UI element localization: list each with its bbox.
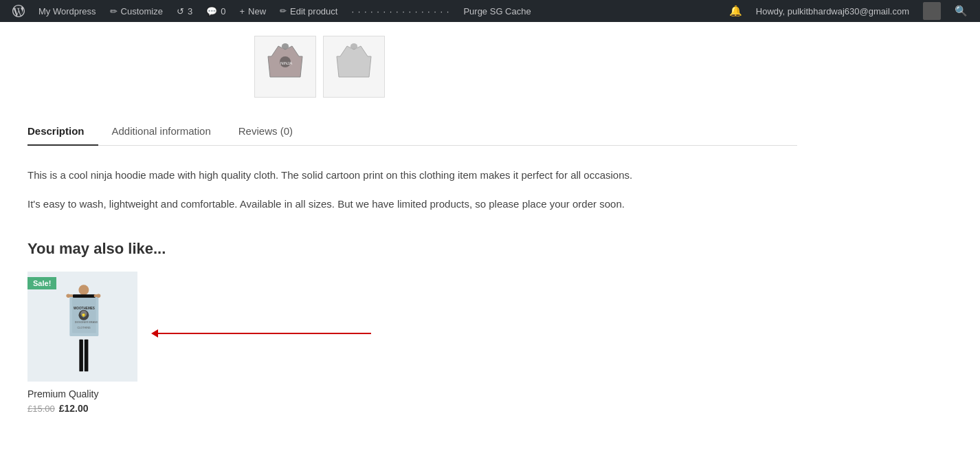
page-wrapper: NINJA Description Additional information… [0, 22, 825, 428]
arrow-container [151, 327, 797, 340]
price-old-1: £15.00 [27, 404, 55, 414]
user-greeting-text: Howdy, pulkitbhardwaj630@gmail.com [756, 6, 909, 16]
purge-cache-label: Purge SG Cache [463, 6, 531, 16]
plus-icon: + [239, 6, 245, 16]
separator-dots: · · · · · · · · · · · · · · · · [344, 0, 456, 22]
svg-rect-13 [73, 294, 96, 298]
tab-description[interactable]: Description [27, 118, 98, 145]
sale-badge: Sale! [27, 277, 56, 289]
new-item[interactable]: + New [232, 0, 273, 22]
new-label: New [248, 6, 266, 16]
tab-content-description: This is a cool ninja hoodie made with hi… [27, 166, 797, 212]
product-thumbnails: NINJA [27, 36, 797, 98]
svg-point-0 [282, 43, 289, 49]
wp-logo-item[interactable] [5, 0, 32, 22]
red-arrow-svg [151, 327, 378, 340]
adminbar-right: 🔔 Howdy, pulkitbhardwaj630@gmail.com 🔍 [722, 0, 975, 22]
svg-rect-14 [79, 340, 83, 372]
product-tabs: Description Additional information Revie… [27, 118, 797, 146]
thumbnail-1[interactable]: NINJA [254, 36, 316, 98]
user-avatar-item[interactable] [916, 0, 948, 22]
hoodie-thumb-2-svg [333, 43, 375, 91]
product-image-svg: WOOTHEMES 💡 DESIGNER BRAND CLOTHING [48, 278, 117, 375]
comments-item[interactable]: 💬 0 [199, 0, 232, 22]
wordpress-icon [12, 5, 25, 17]
product-name-1: Premium Quality [27, 388, 137, 399]
notifications-item[interactable]: 🔔 [722, 0, 749, 22]
site-name-label: My Wordpress [38, 6, 96, 16]
hoodie-thumb-1-svg: NINJA [265, 43, 306, 91]
admin-bar: My Wordpress ✏ Customize ↺ 3 💬 0 + New ✏… [0, 0, 980, 22]
site-name-item[interactable]: My Wordpress [32, 0, 103, 22]
svg-point-19 [97, 294, 101, 298]
svg-text:NINJA: NINJA [280, 61, 292, 65]
purge-cache-item[interactable]: Purge SG Cache [456, 0, 537, 22]
svg-point-12 [78, 285, 89, 295]
svg-text:DESIGNER BRAND: DESIGNER BRAND [75, 321, 98, 324]
products-grid: Sale! WOOTHEMES 💡 DESIGNER BRAND [27, 272, 797, 414]
edit-product-item[interactable]: ✏ Edit product [273, 0, 344, 22]
edit-product-label: Edit product [290, 6, 337, 16]
bell-icon: 🔔 [729, 5, 742, 17]
edit-icon: ✏ [280, 6, 287, 16]
product-price-1: £15.00 £12.00 [27, 403, 137, 414]
svg-rect-15 [85, 340, 89, 372]
comment-icon: 💬 [206, 6, 217, 16]
svg-text:💡: 💡 [81, 313, 86, 318]
svg-text:CLOTHING: CLOTHING [78, 327, 91, 329]
user-greeting-item[interactable]: Howdy, pulkitbhardwaj630@gmail.com [749, 0, 916, 22]
customize-label: Customize [121, 6, 163, 16]
thumbnail-2[interactable] [323, 36, 385, 98]
revisions-count: 3 [188, 6, 192, 16]
svg-text:WOOTHEMES: WOOTHEMES [74, 307, 95, 310]
svg-marker-21 [151, 329, 158, 338]
description-paragraph-1: This is a cool ninja hoodie made with hi… [27, 166, 797, 184]
user-avatar [923, 2, 941, 20]
section-title: You may also like... [27, 240, 797, 258]
svg-point-3 [350, 43, 357, 49]
customize-item[interactable]: ✏ Customize [103, 0, 170, 22]
tab-additional-information[interactable]: Additional information [98, 118, 225, 145]
svg-point-18 [67, 294, 71, 298]
search-item[interactable]: 🔍 [948, 0, 975, 22]
tab-reviews[interactable]: Reviews (0) [225, 118, 307, 145]
product-card-1[interactable]: Sale! WOOTHEMES 💡 DESIGNER BRAND [27, 272, 137, 414]
pencil-icon: ✏ [110, 6, 118, 16]
revisions-item[interactable]: ↺ 3 [170, 0, 199, 22]
product-image-wrap-1: Sale! WOOTHEMES 💡 DESIGNER BRAND [27, 272, 137, 382]
description-paragraph-2: It's easy to wash, lightweight and comfo… [27, 195, 797, 213]
search-icon: 🔍 [955, 5, 968, 17]
you-may-also-like-section: You may also like... Sale! WOOTHEMES [27, 240, 797, 414]
comments-count: 0 [221, 6, 225, 16]
price-new-1: £12.00 [59, 403, 89, 414]
revisions-icon: ↺ [177, 6, 184, 16]
